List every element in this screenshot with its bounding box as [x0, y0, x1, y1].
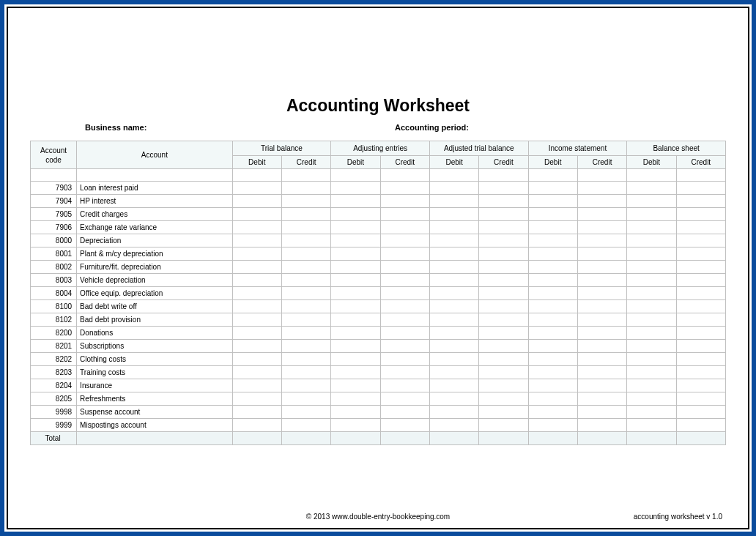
cell-value	[528, 366, 577, 379]
cell-value	[331, 366, 380, 379]
cell-value	[577, 287, 626, 300]
cell-value	[429, 287, 478, 300]
cell-value	[627, 327, 676, 340]
cell-account-code: 7906	[31, 221, 77, 234]
cell-value	[380, 353, 429, 366]
cell-value	[380, 366, 429, 379]
cell-value	[281, 366, 330, 379]
cell-value	[627, 208, 676, 221]
cell-value	[281, 247, 330, 261]
cell-value	[577, 340, 626, 353]
worksheet-content: Accounting Worksheet Business name: Acco…	[30, 96, 726, 445]
table-row: 9999Mispostings account	[31, 419, 726, 432]
cell-value	[528, 208, 577, 221]
cell-value	[479, 366, 528, 379]
cell-value	[331, 208, 380, 221]
cell-value	[380, 392, 429, 406]
total-label: Total	[31, 432, 77, 445]
cell-value	[577, 313, 626, 327]
cell-value	[577, 379, 626, 392]
accounting-table: Account code Account Trial balance Adjus…	[30, 141, 726, 445]
cell-value	[281, 208, 330, 221]
cell-account: Subscriptions	[77, 340, 233, 353]
cell-value	[676, 379, 725, 392]
cell-account: Bad debt write off	[77, 300, 233, 313]
cell-value	[528, 392, 577, 406]
cell-value	[331, 406, 380, 419]
cell-value	[627, 379, 676, 392]
cell-value	[331, 195, 380, 208]
cell-value	[429, 300, 478, 313]
cell-value	[627, 182, 676, 195]
cell-value	[232, 221, 281, 234]
cell-value	[627, 261, 676, 274]
cell-value	[479, 182, 528, 195]
cell-value	[331, 353, 380, 366]
col-credit: Credit	[577, 156, 626, 169]
cell-account-code: 8202	[31, 353, 77, 366]
table-row: 8100Bad debt write off	[31, 300, 726, 313]
cell-value	[479, 392, 528, 406]
cell-value	[577, 300, 626, 313]
cell-value	[232, 392, 281, 406]
cell-value	[479, 327, 528, 340]
table-row: 7905Credit charges	[31, 208, 726, 221]
cell-value	[429, 406, 478, 419]
cell-value	[429, 379, 478, 392]
cell-value	[479, 406, 528, 419]
cell-value	[479, 340, 528, 353]
col-group-adjusted-trial-balance: Adjusted trial balance	[429, 141, 528, 156]
cell-value	[331, 327, 380, 340]
cell-value	[331, 221, 380, 234]
col-group-balance-sheet: Balance sheet	[627, 141, 726, 156]
cell-value	[429, 353, 478, 366]
cell-value	[429, 340, 478, 353]
cell-account: Vehicle depreciation	[77, 274, 233, 287]
cell-value	[281, 313, 330, 327]
cell-value	[577, 366, 626, 379]
cell-value	[331, 234, 380, 247]
cell-value	[429, 221, 478, 234]
col-group-trial-balance: Trial balance	[232, 141, 331, 156]
cell-value	[380, 313, 429, 327]
cell-value	[232, 287, 281, 300]
cell-value	[528, 261, 577, 274]
cell-value	[331, 379, 380, 392]
cell-account: Exchange rate variance	[77, 221, 233, 234]
cell-value	[331, 287, 380, 300]
cell-value	[380, 195, 429, 208]
cell-value	[232, 208, 281, 221]
cell-value	[676, 274, 725, 287]
cell-value	[380, 406, 429, 419]
cell-value	[232, 195, 281, 208]
cell-value	[331, 392, 380, 406]
cell-value	[577, 208, 626, 221]
cell-value	[676, 353, 725, 366]
cell-value	[281, 274, 330, 287]
cell-account-code: 8003	[31, 274, 77, 287]
cell-value	[577, 247, 626, 261]
cell-value	[577, 274, 626, 287]
cell-account: Insurance	[77, 379, 233, 392]
cell-account-code: 9998	[31, 406, 77, 419]
cell-account-code: 8004	[31, 287, 77, 300]
cell-value	[528, 300, 577, 313]
cell-value	[627, 366, 676, 379]
cell-value	[627, 406, 676, 419]
cell-value	[577, 234, 626, 247]
cell-value	[429, 274, 478, 287]
cell-account: Credit charges	[77, 208, 233, 221]
cell-value	[479, 261, 528, 274]
cell-value	[232, 182, 281, 195]
business-name-label: Business name:	[85, 123, 147, 132]
cell-value	[429, 392, 478, 406]
table-row: 8201Subscriptions	[31, 340, 726, 353]
table-row: 8002Furniture/fit. depreciation	[31, 261, 726, 274]
cell-value	[627, 392, 676, 406]
cell-value	[676, 392, 725, 406]
col-debit: Debit	[331, 156, 380, 169]
cell-value	[232, 274, 281, 287]
cell-value	[528, 340, 577, 353]
cell-value	[676, 300, 725, 313]
cell-account-code: 8102	[31, 313, 77, 327]
